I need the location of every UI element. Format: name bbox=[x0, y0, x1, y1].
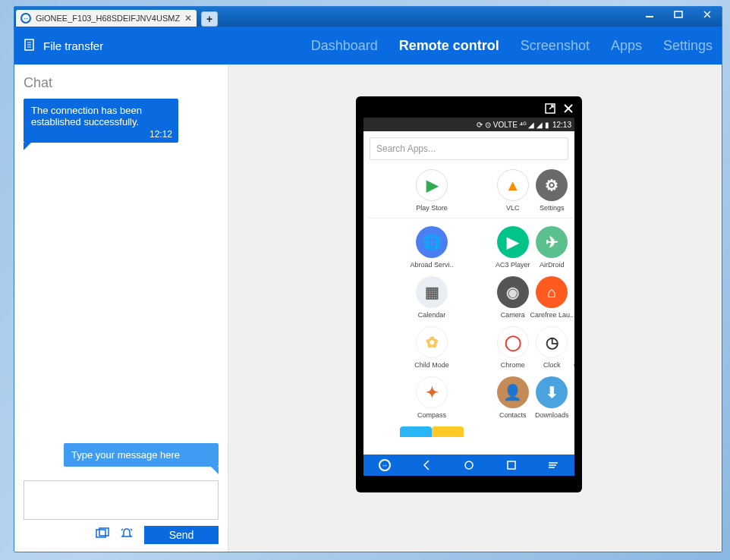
app-child-mode[interactable]: ✿Child Mode bbox=[368, 323, 496, 370]
app-label: Child Mode bbox=[414, 361, 449, 369]
app-play-store[interactable]: ▶Play Store bbox=[368, 166, 496, 213]
send-button[interactable]: Send bbox=[144, 526, 219, 544]
app-icon: ✦ bbox=[416, 376, 448, 408]
tab-device[interactable]: ↔ GiONEE_F103_H68SDEIFJNV4USMZ ✕ bbox=[16, 10, 197, 27]
nudge-icon[interactable] bbox=[120, 527, 134, 543]
app-icon: ▶ bbox=[497, 226, 529, 258]
device-search-apps[interactable]: Search Apps... bbox=[370, 137, 568, 160]
teamviewer-icon: ↔ bbox=[20, 13, 31, 24]
app-settings[interactable]: ⚙Settings bbox=[530, 166, 574, 213]
app-row-partial bbox=[368, 423, 496, 439]
tab-row: ↔ GiONEE_F103_H68SDEIFJNV4USMZ ✕ + bbox=[14, 7, 218, 27]
app-airdroid[interactable]: ✈AirDroid bbox=[530, 223, 574, 270]
chat-hint-bubble: Type your message here bbox=[64, 443, 219, 467]
app-icon: ✈ bbox=[536, 226, 568, 258]
app-camera[interactable]: ◉Camera bbox=[496, 273, 530, 320]
chat-actions: Send bbox=[24, 526, 219, 544]
tab-title: GiONEE_F103_H68SDEIFJNV4USMZ bbox=[36, 14, 180, 23]
app-icon: ▦ bbox=[416, 276, 448, 308]
app-icon: ⌂ bbox=[536, 276, 568, 308]
app-calendar[interactable]: ▦Calendar bbox=[368, 273, 496, 320]
app-label: AirDroid bbox=[540, 261, 565, 269]
app-calculator[interactable]: ≡Calculator bbox=[574, 223, 574, 270]
app-icon: ⚙ bbox=[536, 169, 568, 201]
nav-tabs: Dashboard Remote control Screenshot Apps… bbox=[311, 38, 713, 54]
app-icon: 👤 bbox=[497, 376, 529, 408]
app-label: Chrome bbox=[501, 361, 525, 369]
app-label: AC3 Player bbox=[496, 261, 530, 269]
app-item[interactable] bbox=[368, 423, 400, 439]
popout-icon[interactable] bbox=[544, 102, 556, 118]
app-icon: ▲ bbox=[497, 169, 529, 201]
svg-rect-16 bbox=[508, 461, 515, 469]
window-buttons bbox=[635, 7, 722, 22]
app-video[interactable]: ▶Video bbox=[574, 166, 574, 213]
tab-dashboard[interactable]: Dashboard bbox=[311, 38, 378, 54]
svg-line-11 bbox=[131, 529, 132, 530]
app-icon: 🌐 bbox=[416, 226, 448, 258]
app-abroad-servi-[interactable]: 🌐Abroad Servi.. bbox=[368, 223, 496, 270]
status-time: 12:13 bbox=[552, 121, 571, 129]
app-cm-security[interactable]: ⛨CM Security bbox=[574, 323, 574, 370]
app-icon bbox=[464, 426, 496, 437]
app-carefree-lau-[interactable]: ⌂Carefree Lau.. bbox=[530, 273, 574, 320]
tab-settings[interactable]: Settings bbox=[663, 38, 713, 54]
app-item[interactable] bbox=[432, 423, 464, 439]
svg-line-10 bbox=[121, 529, 123, 530]
app-icon: ⬇ bbox=[536, 376, 568, 408]
app-icon bbox=[368, 426, 400, 437]
device-close-icon[interactable] bbox=[562, 102, 574, 118]
chat-bubble: The connection has been established succ… bbox=[24, 99, 178, 143]
device-top-controls bbox=[363, 102, 574, 118]
app-icon: ◷ bbox=[536, 326, 568, 358]
toolbar: File transfer Dashboard Remote control S… bbox=[14, 27, 722, 64]
app-drive[interactable]: ▲Drive bbox=[574, 373, 574, 420]
tab-apps[interactable]: Apps bbox=[611, 38, 642, 54]
navbar-teamviewer-icon[interactable]: ↔ bbox=[363, 459, 406, 471]
navbar-home-icon[interactable] bbox=[448, 459, 490, 471]
app-label: Camera bbox=[501, 311, 525, 319]
body: Chat The connection has been established… bbox=[14, 64, 722, 552]
app-label: Settings bbox=[540, 204, 565, 212]
app-clock[interactable]: ◷Clock bbox=[530, 323, 574, 370]
app-grid: ▶Play Store▲VLC⚙Settings▶Video🌐Abroad Se… bbox=[368, 166, 570, 439]
app-chrome[interactable]: ◯Chrome bbox=[496, 323, 530, 370]
search-placeholder: Search Apps... bbox=[376, 143, 436, 154]
chat-title: Chat bbox=[24, 75, 219, 91]
device-statusbar: ⟳ ⊙ VOLTE ⁴ᴳ ◢ ◢ ▮ 12:13 bbox=[363, 118, 574, 131]
chat-input[interactable] bbox=[24, 480, 219, 520]
close-button[interactable] bbox=[693, 7, 722, 22]
device-navbar: ↔ bbox=[363, 455, 574, 476]
app-ac3-player[interactable]: ▶AC3 Player bbox=[496, 223, 530, 270]
app-contacts[interactable]: 👤Contacts bbox=[496, 373, 530, 420]
navbar-menu-icon[interactable] bbox=[532, 459, 574, 471]
app-downloads[interactable]: ⬇Downloads bbox=[530, 373, 574, 420]
new-tab-button[interactable]: + bbox=[201, 11, 218, 27]
chat-sidebar: Chat The connection has been established… bbox=[14, 64, 228, 552]
app-label: Abroad Servi.. bbox=[410, 261, 453, 269]
tab-screenshot[interactable]: Screenshot bbox=[521, 38, 590, 54]
tab-remote-control[interactable]: Remote control bbox=[399, 38, 499, 54]
app-label: VLC bbox=[506, 204, 520, 212]
remote-view: ⟳ ⊙ VOLTE ⁴ᴳ ◢ ◢ ▮ 12:13 Search Apps... … bbox=[228, 64, 722, 552]
tab-close-icon[interactable]: ✕ bbox=[184, 13, 192, 24]
minimize-button[interactable] bbox=[635, 7, 664, 22]
app-icon: ◯ bbox=[497, 326, 529, 358]
attach-icon[interactable] bbox=[96, 527, 109, 543]
app-item[interactable] bbox=[400, 423, 432, 439]
app-chameleon[interactable]: ◔Chameleon bbox=[574, 273, 574, 320]
app-item[interactable] bbox=[464, 423, 496, 439]
device-screen[interactable]: ⟳ ⊙ VOLTE ⁴ᴳ ◢ ◢ ▮ 12:13 Search Apps... … bbox=[363, 118, 574, 476]
app-label: Compass bbox=[417, 411, 446, 419]
file-transfer-button[interactable]: File transfer bbox=[24, 38, 103, 54]
spacer bbox=[24, 143, 219, 443]
app-label: Contacts bbox=[499, 411, 527, 419]
app-drawer[interactable]: ▶Play Store▲VLC⚙Settings▶Video🌐Abroad Se… bbox=[363, 166, 574, 470]
app-vlc[interactable]: ▲VLC bbox=[496, 166, 530, 213]
app-compass[interactable]: ✦Compass bbox=[368, 373, 496, 420]
navbar-back-icon[interactable] bbox=[406, 459, 448, 471]
svg-rect-1 bbox=[675, 11, 682, 17]
navbar-recent-icon[interactable] bbox=[490, 459, 533, 471]
maximize-button[interactable] bbox=[664, 7, 693, 22]
app-icon: ◉ bbox=[497, 276, 529, 308]
